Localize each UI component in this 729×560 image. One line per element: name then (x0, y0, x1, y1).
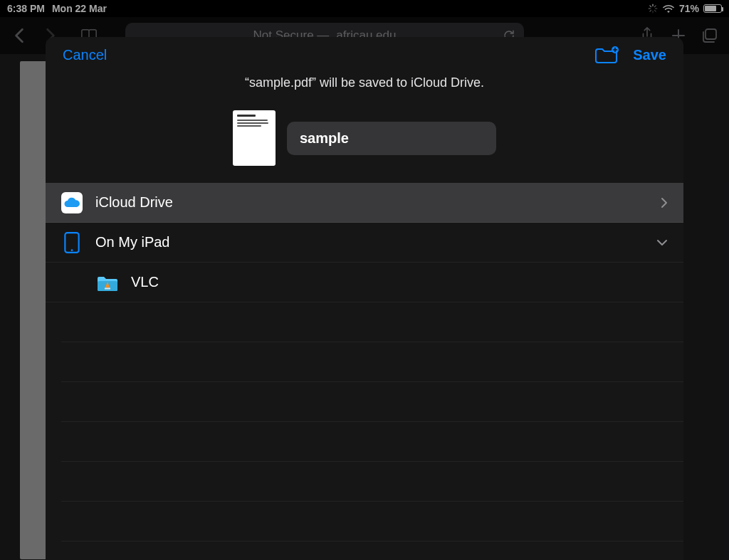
svg-point-15 (71, 249, 73, 251)
icloud-icon (61, 192, 83, 213)
location-list[interactable]: iCloud Drive On My iPad VLC (46, 183, 683, 560)
save-sheet: Cancel Save “sample.pdf” will be saved t… (46, 37, 683, 560)
list-separator (61, 502, 683, 541)
chevron-down-icon (656, 239, 668, 246)
save-button[interactable]: Save (633, 47, 666, 63)
filename-input[interactable] (287, 122, 496, 155)
vlc-folder-icon (97, 274, 118, 291)
list-separator (61, 422, 683, 462)
list-separator (61, 541, 683, 560)
location-label: VLC (131, 274, 668, 290)
new-folder-icon[interactable] (594, 46, 616, 63)
list-separator (61, 302, 683, 342)
location-icloud-drive[interactable]: iCloud Drive (46, 183, 683, 223)
file-preview-row (46, 110, 683, 166)
chevron-right-icon (661, 197, 668, 208)
list-separator (61, 462, 683, 502)
location-label: iCloud Drive (95, 194, 648, 211)
cancel-button[interactable]: Cancel (63, 47, 107, 63)
document-thumbnail-icon (233, 110, 276, 166)
location-vlc[interactable]: VLC (46, 263, 683, 302)
list-separator (61, 342, 683, 382)
list-separator (61, 382, 683, 422)
location-on-my-ipad[interactable]: On My iPad (46, 223, 683, 263)
location-label: On My iPad (95, 234, 644, 250)
ipad-icon (61, 232, 83, 253)
save-subtitle: “sample.pdf” will be saved to iCloud Dri… (46, 75, 683, 90)
svg-rect-17 (105, 287, 110, 289)
